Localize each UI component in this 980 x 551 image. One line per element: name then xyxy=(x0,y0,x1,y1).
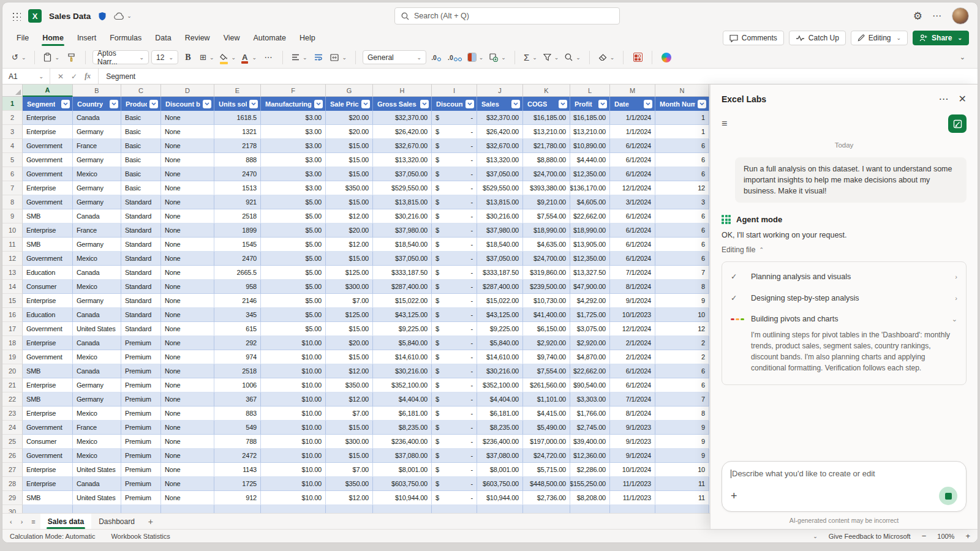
cell[interactable]: 6/1/2024 xyxy=(610,364,655,378)
cell[interactable]: 12/1/2024 xyxy=(610,181,655,195)
table-header-units-sold[interactable]: Units sold xyxy=(214,97,261,111)
cell[interactable]: Premium xyxy=(121,364,161,378)
cell[interactable]: $3,075.00 xyxy=(570,322,610,336)
cell[interactable]: $1,725.00 xyxy=(570,308,610,322)
cell[interactable]: 9/1/2023 xyxy=(610,435,655,449)
cell[interactable]: $12.00 xyxy=(326,392,373,407)
cell[interactable]: None xyxy=(161,322,214,336)
cell[interactable]: 6/1/2024 xyxy=(610,153,655,167)
cell[interactable]: $13,815.00 xyxy=(477,195,523,209)
cell[interactable]: 6 xyxy=(655,167,709,181)
zoom-in-button[interactable]: + xyxy=(965,531,970,541)
cell[interactable]: 9 xyxy=(655,294,709,308)
menu-file[interactable]: File xyxy=(11,31,34,45)
cell[interactable]: $3.00 xyxy=(261,139,326,153)
cell[interactable]: 6/1/2024 xyxy=(610,252,655,266)
cell[interactable]: France xyxy=(73,421,121,435)
cell[interactable]: Basic xyxy=(121,111,161,125)
sensitivity-shield-icon[interactable] xyxy=(98,12,107,21)
cell[interactable]: 1006 xyxy=(214,378,261,392)
cell[interactable]: $13,320.00 xyxy=(477,153,523,167)
row-header-2[interactable]: 2 xyxy=(2,111,23,125)
cell[interactable]: $15.00 xyxy=(326,252,373,266)
table-header-country[interactable]: Country xyxy=(73,97,121,111)
column-header-E[interactable]: E xyxy=(214,84,261,97)
attach-button[interactable]: + xyxy=(731,490,737,503)
clear-button[interactable]: ⌄ xyxy=(597,50,617,65)
filter-dropdown-icon[interactable] xyxy=(110,100,118,108)
row-header-27[interactable]: 27 xyxy=(2,463,23,477)
panel-close-icon[interactable]: ✕ xyxy=(959,93,967,105)
document-title[interactable]: Sales Data xyxy=(49,12,91,21)
cell[interactable]: $15.00 xyxy=(326,153,373,167)
cell[interactable]: Mexico xyxy=(73,252,121,266)
cell[interactable]: 11/1/2023 xyxy=(610,477,655,491)
cell[interactable]: $32,670.00 xyxy=(477,139,523,153)
cell[interactable]: Standard xyxy=(121,209,161,223)
cell[interactable]: $- xyxy=(432,407,477,421)
cell[interactable]: 10/1/2023 xyxy=(610,308,655,322)
cell[interactable]: $12,360.00 xyxy=(570,449,610,463)
cell[interactable]: None xyxy=(161,463,214,477)
editing-file-toggle[interactable]: Editing file ⌃ xyxy=(722,246,967,254)
cell[interactable]: 2472 xyxy=(214,449,261,463)
column-header-F[interactable]: F xyxy=(261,84,326,97)
cell[interactable]: Premium xyxy=(121,491,161,505)
column-header-I[interactable]: I xyxy=(432,84,477,97)
cell[interactable]: 2 xyxy=(655,350,709,364)
find-button[interactable]: ⌄ xyxy=(563,50,582,65)
cell[interactable]: Standard xyxy=(121,280,161,294)
table-header-cogs[interactable]: COGS xyxy=(523,97,570,111)
cell[interactable]: 11 xyxy=(655,491,709,505)
cell[interactable]: None xyxy=(161,491,214,505)
table-header-sales[interactable]: Sales xyxy=(477,97,523,111)
comments-button[interactable]: Comments xyxy=(723,31,784,45)
cell[interactable]: Government xyxy=(23,421,73,435)
decrease-decimal-button[interactable]: .0 xyxy=(429,50,443,65)
cell[interactable]: 8 xyxy=(655,280,709,294)
cell[interactable]: $15,022.00 xyxy=(477,294,523,308)
row-header-30[interactable]: 30 xyxy=(2,505,23,513)
menu-review[interactable]: Review xyxy=(179,31,216,45)
cell[interactable]: Mexico xyxy=(73,350,121,364)
agent-step[interactable]: Building pivots and charts⌄ xyxy=(731,309,957,329)
cell[interactable]: 1513 xyxy=(214,181,261,195)
cell[interactable]: Consumer xyxy=(23,280,73,294)
agent-step[interactable]: ✓Planning analysis and visuals› xyxy=(731,266,957,287)
cell[interactable]: 6 xyxy=(655,223,709,238)
cell[interactable]: None xyxy=(161,195,214,209)
cell[interactable]: United States xyxy=(73,491,121,505)
cell[interactable]: $15.00 xyxy=(326,167,373,181)
cell[interactable]: 8 xyxy=(655,407,709,421)
cell[interactable]: None xyxy=(161,238,214,252)
paste-button[interactable]: ⌄ xyxy=(42,50,61,65)
cell[interactable]: 292 xyxy=(214,336,261,350)
cell[interactable]: $10.00 xyxy=(261,421,326,435)
cell[interactable]: None xyxy=(161,111,214,125)
cell[interactable]: 9/1/2023 xyxy=(610,421,655,435)
row-header-4[interactable]: 4 xyxy=(2,139,23,153)
cell[interactable]: $- xyxy=(432,294,477,308)
cell[interactable]: $37,050.00 xyxy=(477,167,523,181)
cell[interactable]: Education xyxy=(23,308,73,322)
new-chat-button[interactable] xyxy=(948,114,967,133)
number-format-combo[interactable]: General⌄ xyxy=(363,50,426,64)
insert-function-icon[interactable]: fx xyxy=(85,72,91,81)
cell[interactable]: $10,944.00 xyxy=(477,491,523,505)
editing-mode-button[interactable]: Editing⌄ xyxy=(851,31,908,45)
cell[interactable]: SMB xyxy=(23,364,73,378)
align-button[interactable]: ⌄ xyxy=(290,50,309,65)
column-header-A[interactable]: A xyxy=(23,84,73,97)
cell[interactable]: Mexico xyxy=(73,167,121,181)
cell[interactable]: $350.00 xyxy=(326,378,373,392)
cell[interactable]: $4,404.00 xyxy=(373,392,432,407)
cell[interactable]: $18,990.00 xyxy=(523,223,570,238)
cell[interactable]: $5.00 xyxy=(261,195,326,209)
cell[interactable]: Government xyxy=(23,153,73,167)
cell[interactable]: 6/1/2024 xyxy=(610,167,655,181)
cell[interactable]: $2,286.00 xyxy=(570,463,610,477)
cell[interactable]: 9/1/2024 xyxy=(610,449,655,463)
cell[interactable]: $20.00 xyxy=(326,125,373,139)
cell[interactable]: $9,740.00 xyxy=(523,350,570,364)
filter-dropdown-icon[interactable] xyxy=(249,100,258,108)
